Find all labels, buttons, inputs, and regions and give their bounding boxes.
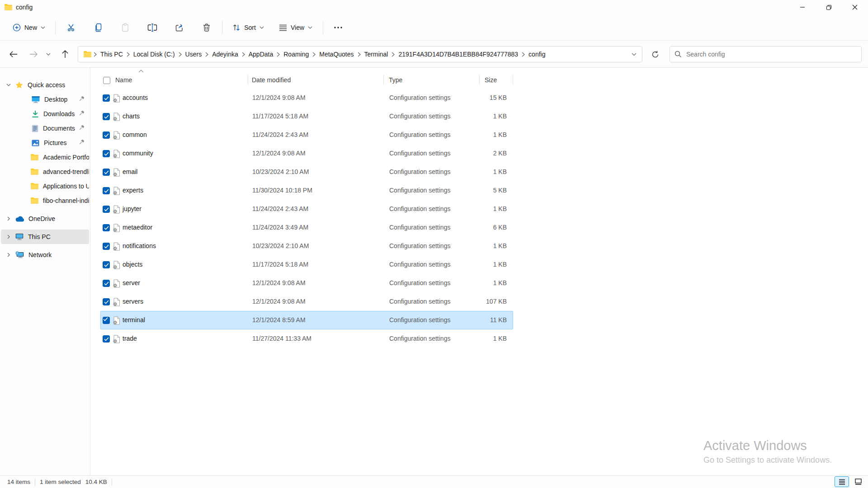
network-icon [15,251,24,258]
sidebar-item-pictures[interactable]: Pictures [1,136,89,150]
up-button[interactable] [58,47,72,61]
file-row-accounts[interactable]: accounts 12/1/2024 9:08 AM Configuration… [100,89,513,107]
breadcrumb-item[interactable]: Local Disk (C:) [130,48,178,61]
large-icons-view-button[interactable] [851,476,865,487]
chevron-icon[interactable] [5,235,12,239]
row-checkbox[interactable] [103,224,110,231]
breadcrumb-item[interactable]: MetaQuotes [316,48,357,61]
sidebar-item-network[interactable]: Network [1,248,89,262]
file-row-community[interactable]: community 12/1/2024 9:08 AM Configuratio… [100,144,513,163]
row-checkbox[interactable] [103,206,110,213]
refresh-button[interactable] [647,47,663,61]
file-row-terminal[interactable]: terminal 12/1/2024 8:59 AM Configuration… [100,311,513,329]
forward-button[interactable] [26,47,41,61]
file-row-trade[interactable]: trade 11/27/2024 11:33 AM Configuration … [100,329,513,348]
breadcrumb-item[interactable]: config [525,48,548,61]
breadcrumb-item[interactable]: Terminal [361,48,392,61]
file-row-notifications[interactable]: notifications 10/23/2024 2:10 AM Configu… [100,237,513,255]
sidebar-item-applications-to-univ[interactable]: Applications to Univ [1,179,89,193]
back-button[interactable] [6,47,21,61]
config-file-icon [113,113,120,121]
file-row-objects[interactable]: objects 11/17/2024 5:18 AM Configuration… [100,255,513,274]
share-button[interactable] [170,19,189,37]
breadcrumb-item[interactable]: Roaming [280,48,312,61]
search-input[interactable] [686,51,857,58]
cut-button[interactable] [62,19,80,37]
column-header-type[interactable]: Type [389,76,402,84]
delete-button[interactable] [198,19,216,37]
file-row-experts[interactable]: experts 11/30/2024 10:18 PM Configuratio… [100,181,513,200]
recent-locations-button[interactable] [42,47,54,61]
column-header-name[interactable]: Name [115,76,132,84]
file-row-email[interactable]: email 10/23/2024 2:10 AM Configuration s… [100,163,513,181]
breadcrumb-separator-icon [358,52,361,57]
file-row-common[interactable]: common 11/24/2024 2:43 AM Configuration … [100,126,513,144]
chevron-icon[interactable] [5,216,12,221]
row-checkbox[interactable] [103,187,110,194]
view-button[interactable]: View [275,19,316,37]
row-checkbox[interactable] [103,113,110,120]
config-file-icon [113,150,120,158]
row-checkbox[interactable] [103,243,110,250]
more-options-button[interactable] [329,19,347,37]
row-checkbox[interactable] [103,261,110,268]
sidebar-item-advanced-trendline[interactable]: advanced-trendline [1,164,89,179]
breadcrumb-item[interactable]: 2191F4A3D14D7B4B1EBB84F924777883 [395,48,521,61]
file-row-server[interactable]: server 12/1/2024 9:08 AM Configuration s… [100,274,513,292]
new-button[interactable]: New [7,19,51,37]
config-file-icon [113,335,120,343]
minimize-button[interactable] [789,0,816,14]
share-icon [175,23,184,32]
plus-circle-icon [13,23,21,32]
sort-button[interactable]: Sort [228,19,268,37]
row-checkbox[interactable] [103,131,110,139]
sidebar-item-downloads[interactable]: Downloads [1,107,89,121]
row-checkbox[interactable] [103,150,110,157]
breadcrumb-item[interactable]: AppData [245,48,276,61]
sidebar-item-documents[interactable]: Documents [1,121,89,136]
chevron-icon[interactable] [5,84,12,86]
select-all-checkbox[interactable] [103,77,110,84]
row-checkbox[interactable] [103,317,110,324]
file-row-jupyter[interactable]: jupyter 11/24/2024 2:43 AM Configuration… [100,200,513,218]
row-checkbox[interactable] [103,169,110,176]
sort-button-label: Sort [244,24,256,31]
selection-size: 10.4 KB [85,479,107,485]
address-dropdown-icon[interactable] [632,53,637,56]
sidebar-item-this-pc[interactable]: This PC [1,230,89,244]
breadcrumb-item[interactable]: Users [182,48,205,61]
delete-icon [203,23,211,32]
rename-button[interactable] [143,19,161,37]
sidebar-item-quick-access[interactable]: Quick access [1,78,89,92]
sidebar-item-desktop[interactable]: Desktop [1,92,89,107]
status-bar: 14 items 1 item selected 10.4 KB [0,475,868,488]
row-checkbox[interactable] [103,298,110,305]
column-header-date[interactable]: Date modified [252,76,291,84]
row-checkbox[interactable] [103,94,110,102]
pin-icon [79,96,85,101]
file-row-metaeditor[interactable]: metaeditor 11/24/2024 3:49 AM Configurat… [100,218,513,237]
row-checkbox[interactable] [103,280,110,287]
cut-icon [67,23,76,32]
breadcrumb-separator-icon [277,52,280,57]
sidebar-item-onedrive[interactable]: OneDrive [1,211,89,226]
sidebar-item-fibo-channel-indicat[interactable]: fibo-channel-indicat [1,193,89,208]
restore-button[interactable] [816,0,842,14]
breadcrumb-separator-icon [392,52,395,57]
config-file-icon [113,131,120,140]
details-view-button[interactable] [835,476,849,487]
breadcrumb-item[interactable]: Adeyinka [209,48,241,61]
paste-button[interactable] [116,19,134,37]
column-header-size[interactable]: Size [485,76,497,84]
pin-icon [79,139,85,145]
file-row-charts[interactable]: charts 11/17/2024 5:18 AM Configuration … [100,107,513,126]
folder-icon [31,183,38,189]
file-row-servers[interactable]: servers 12/1/2024 9:08 AM Configuration … [100,292,513,311]
pin-icon [79,125,85,130]
sidebar-item-academic-portfolio[interactable]: Academic Portfolio [1,150,89,164]
chevron-icon[interactable] [5,253,12,257]
copy-button[interactable] [90,19,108,37]
row-checkbox[interactable] [103,335,110,343]
breadcrumb-item[interactable]: This PC [97,48,126,61]
close-button[interactable] [842,0,868,14]
